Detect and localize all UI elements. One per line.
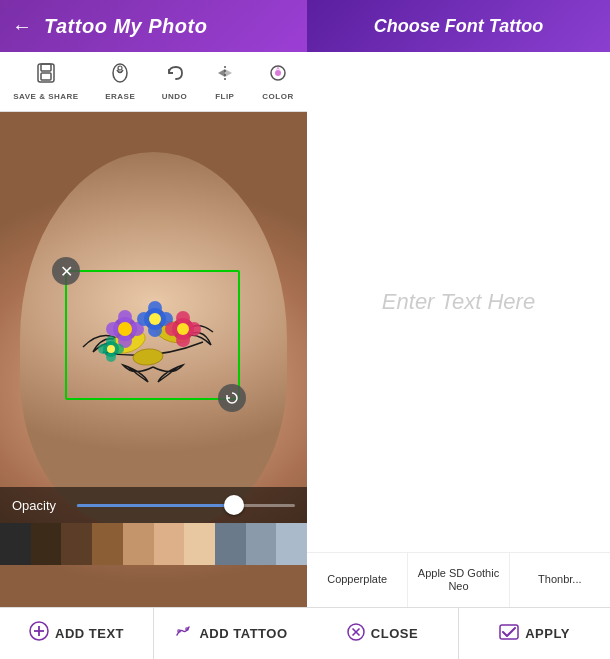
right-panel: Choose Font Tattoo Enter Text Here Coppe…: [307, 0, 610, 659]
font-thonburi[interactable]: Thonbr...: [510, 553, 610, 607]
opacity-bar: Opacity: [0, 487, 307, 523]
color-label: COLOR: [262, 92, 293, 101]
swatch-2[interactable]: [61, 523, 92, 565]
skin-swatches: [0, 523, 307, 565]
add-tattoo-button[interactable]: ADD TATTOO: [154, 608, 307, 659]
erase-icon: [109, 62, 131, 89]
text-placeholder: Enter Text Here: [382, 289, 535, 315]
app-title: Tattoo My Photo: [44, 15, 207, 38]
opacity-thumb[interactable]: [224, 495, 244, 515]
add-text-icon: [29, 621, 49, 646]
close-label: CLOSE: [371, 626, 418, 641]
tattoo-selection-border: [65, 270, 240, 400]
erase-label: ERASE: [105, 92, 135, 101]
svg-point-4: [118, 66, 122, 70]
svg-rect-2: [41, 73, 51, 80]
flip-label: FLIP: [215, 92, 234, 101]
back-button[interactable]: ←: [12, 15, 32, 38]
toolbar-save-share[interactable]: SAVE & SHARE: [13, 62, 78, 101]
add-text-label: ADD TEXT: [55, 626, 124, 641]
close-icon: [347, 623, 365, 645]
flip-icon: [214, 62, 236, 89]
svg-rect-1: [41, 64, 51, 71]
swatch-7[interactable]: [215, 523, 246, 565]
right-bottom-actions: CLOSE APPLY: [307, 607, 610, 659]
add-text-button[interactable]: ADD TEXT: [0, 608, 154, 659]
apply-label: APPLY: [525, 626, 570, 641]
swatch-8[interactable]: [246, 523, 277, 565]
undo-label: UNDO: [162, 92, 188, 101]
swatch-9[interactable]: [276, 523, 307, 565]
tattoo-rotate-handle[interactable]: [218, 384, 246, 412]
toolbar-erase[interactable]: ERASE: [105, 62, 135, 101]
save-share-icon: [35, 62, 57, 89]
toolbar: SAVE & SHARE ERASE UNDO: [0, 52, 307, 112]
apply-icon: [499, 624, 519, 644]
font-list: Copperplate Apple SD Gothic Neo Thonbr..…: [307, 552, 610, 607]
left-header: ← Tattoo My Photo: [0, 0, 307, 52]
toolbar-flip[interactable]: FLIP: [214, 62, 236, 101]
text-input-area[interactable]: Enter Text Here: [307, 52, 610, 552]
swatch-4[interactable]: [123, 523, 154, 565]
photo-area: ✕ Opacity: [0, 112, 307, 607]
close-button[interactable]: CLOSE: [307, 608, 459, 659]
add-tattoo-icon: [173, 621, 193, 646]
left-bottom-actions: ADD TEXT ADD TATTOO: [0, 607, 307, 659]
undo-icon: [164, 62, 186, 89]
swatch-6[interactable]: [184, 523, 215, 565]
opacity-label: Opacity: [12, 498, 67, 513]
opacity-fill: [77, 504, 234, 507]
toolbar-undo[interactable]: UNDO: [162, 62, 188, 101]
left-panel: ← Tattoo My Photo SAVE & SHARE: [0, 0, 307, 659]
swatch-3[interactable]: [92, 523, 123, 565]
right-header: Choose Font Tattoo: [307, 0, 610, 52]
toolbar-color[interactable]: COLOR: [262, 62, 293, 101]
svg-point-37: [177, 629, 181, 633]
svg-point-6: [275, 70, 281, 76]
right-panel-title: Choose Font Tattoo: [374, 16, 543, 37]
swatch-1[interactable]: [31, 523, 62, 565]
font-apple-sd-gothic-neo[interactable]: Apple SD Gothic Neo: [408, 553, 509, 607]
save-share-label: SAVE & SHARE: [13, 92, 78, 101]
swatch-0[interactable]: [0, 523, 31, 565]
color-icon: [267, 62, 289, 89]
add-tattoo-label: ADD TATTOO: [199, 626, 287, 641]
apply-button[interactable]: APPLY: [459, 608, 610, 659]
swatch-5[interactable]: [154, 523, 185, 565]
svg-point-38: [185, 627, 189, 631]
opacity-track[interactable]: [77, 504, 295, 507]
font-copperplate[interactable]: Copperplate: [307, 553, 408, 607]
tattoo-close-handle[interactable]: ✕: [52, 257, 80, 285]
